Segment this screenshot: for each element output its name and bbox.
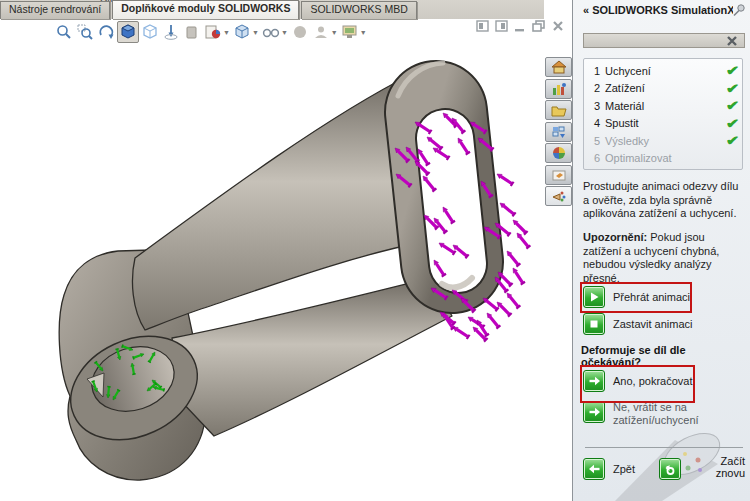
step-check-icon: ✔: [726, 133, 740, 148]
appearances-scenes-tab[interactable]: [545, 143, 572, 163]
view-orientation-icon[interactable]: [232, 22, 252, 42]
view-orientation-caret[interactable]: ▼: [252, 29, 259, 36]
yes-arrow-icon: [583, 370, 605, 392]
shaded-with-edges-icon[interactable]: [117, 21, 139, 43]
stop-animation-button[interactable]: Zastavit animaci: [583, 313, 692, 335]
zoom-to-area-icon[interactable]: [75, 22, 95, 42]
minimize-icon[interactable]: [514, 20, 526, 32]
view-settings-caret[interactable]: ▼: [360, 29, 367, 36]
viewport-3d-model: [0, 0, 545, 501]
pane-pin-icon[interactable]: [731, 3, 746, 18]
play-animation-button[interactable]: Přehrát animaci: [583, 286, 690, 308]
solidworks-resources-tab[interactable]: [545, 57, 572, 77]
warning-label: Upozornění:: [583, 231, 647, 243]
warning-text: Upozornění: Pokud jsou zatížení a uchyce…: [583, 231, 741, 285]
apply-scene-icon[interactable]: [311, 22, 331, 42]
custom-properties-tab[interactable]: [545, 165, 572, 185]
advisor-close-icon[interactable]: [726, 35, 738, 47]
section-view-icon[interactable]: [161, 22, 181, 42]
restart-button[interactable]: [659, 458, 681, 480]
simulation-steps-list: 1Uchycení✔2Zatížení✔3Materiál✔4Spustit✔5…: [583, 58, 743, 170]
close-icon[interactable]: [552, 20, 564, 32]
pane-divider: [585, 447, 743, 448]
rotate-view-icon[interactable]: [96, 22, 116, 42]
back-button[interactable]: Zpět: [583, 458, 635, 480]
stop-icon: [583, 313, 605, 335]
simulation-step-5: 5Výsledky✔: [588, 132, 738, 150]
step-check-icon: ✔: [726, 81, 740, 96]
window-prev-icon[interactable]: [476, 20, 489, 32]
advisor-titlebar: [583, 33, 745, 48]
command-tabs: Nástroje rendrováníDoplňkové moduly SOLI…: [0, 0, 419, 19]
play-icon: [583, 286, 605, 308]
step-check-icon: ✔: [726, 63, 740, 78]
simulation-step-6: 6Optimalizovat: [588, 150, 738, 168]
heads-up-toolbar: ▼ ▼ ▼ ▼ ▼: [54, 21, 368, 43]
apply-scene-caret[interactable]: ▼: [331, 29, 338, 36]
display-style-icon[interactable]: [261, 22, 281, 42]
restart-undo-icon: [659, 458, 681, 480]
step-check-icon: ✔: [726, 98, 740, 113]
tab-solidworks-mbd[interactable]: SOLIDWORKS MBD: [301, 1, 416, 19]
yes-continue-button[interactable]: Ano, pokračovat: [583, 370, 693, 392]
restart-label[interactable]: Začít znovu: [695, 455, 745, 479]
hide-show-items-icon[interactable]: [290, 22, 310, 42]
view-palette-tab[interactable]: [545, 122, 572, 142]
simulation-step-4: 4Spustit✔: [588, 115, 738, 133]
command-tab-strip: Simulation Nástroje rendrováníDoplňkové …: [0, 0, 544, 19]
back-arrow-icon: [583, 458, 605, 480]
design-library-tab[interactable]: [545, 79, 572, 99]
simulation-step-3: 3Materiál✔: [588, 97, 738, 115]
realview-icon[interactable]: [182, 22, 202, 42]
solidworks-window: Simulation Nástroje rendrováníDoplňkové …: [0, 0, 750, 501]
edit-appearance-icon[interactable]: [203, 22, 223, 42]
display-style-caret[interactable]: ▼: [281, 29, 288, 36]
instruction-text: Prostudujte animaci odezvy dílu a ověřte…: [583, 180, 741, 221]
zoom-to-fit-icon[interactable]: [54, 22, 74, 42]
window-next-icon[interactable]: [495, 20, 508, 32]
task-pane-tabs: [545, 57, 572, 208]
deform-question: Deformuje se díl dle očekávání?: [581, 344, 745, 368]
viewport-window-controls: [476, 20, 564, 32]
simulationxpress-pane: « SOLIDWORKS SimulationXp... 1Uchycení✔2…: [572, 0, 750, 501]
view-settings-icon[interactable]: [340, 22, 360, 42]
tab-n-stroje-rendrov-n-[interactable]: Nástroje rendrování: [0, 1, 110, 19]
simulation-step-1: 1Uchycení✔: [588, 62, 738, 80]
pane-title: « SOLIDWORKS SimulationXp...: [583, 4, 733, 16]
file-explorer-tab[interactable]: [545, 100, 572, 120]
wireframe-icon[interactable]: [140, 22, 160, 42]
no-arrow-icon: [583, 401, 605, 423]
step-check-icon: ✔: [726, 116, 740, 131]
tab-dopl-kov-moduly-solidworks[interactable]: Doplňkové moduly SOLIDWORKS: [112, 0, 299, 19]
restore-icon[interactable]: [532, 20, 546, 32]
no-return-button[interactable]: Ne, vrátit se na zatížení/uchycení: [583, 401, 725, 427]
simulation-advisor-tab[interactable]: [545, 186, 572, 206]
edit-appearance-caret[interactable]: ▼: [223, 29, 230, 36]
simulation-step-2: 2Zatížení✔: [588, 80, 738, 98]
